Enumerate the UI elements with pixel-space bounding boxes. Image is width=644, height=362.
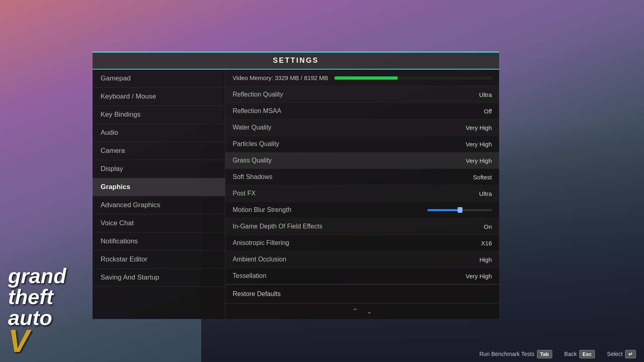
setting-label-depth-of-field: In-Game Depth Of Field Effects xyxy=(233,223,452,230)
setting-value-reflection-msaa: Off xyxy=(452,108,492,115)
video-memory-label: Video Memory: 3329 MB / 8192 MB xyxy=(233,74,328,81)
setting-row-water-quality[interactable]: Water QualityVery High xyxy=(225,119,499,136)
restore-defaults-button[interactable]: Restore Defaults xyxy=(225,284,499,303)
top-accent-line xyxy=(93,51,499,53)
setting-row-particles-quality[interactable]: Particles QualityVery High xyxy=(225,136,499,152)
nav-item-voice-chat[interactable]: Voice Chat xyxy=(93,214,225,232)
setting-value-post-fx: Ultra xyxy=(452,190,492,197)
setting-label-soft-shadows: Soft Shadows xyxy=(233,173,452,181)
settings-body: GamepadKeyboard / MouseKey BindingsAudio… xyxy=(93,70,499,319)
setting-value-water-quality: Very High xyxy=(452,124,492,131)
setting-label-motion-blur-strength: Motion Blur Strength xyxy=(233,206,362,214)
settings-panel: SETTINGS GamepadKeyboard / MouseKey Bind… xyxy=(93,52,499,319)
benchmark-action: Run Benchmark Tests Tab xyxy=(479,350,552,358)
gta-logo: grand theft auto V xyxy=(8,265,66,354)
setting-value-depth-of-field: On xyxy=(452,223,492,230)
settings-content: Video Memory: 3329 MB / 8192 MB Reflecti… xyxy=(225,70,499,319)
settings-title: SETTINGS xyxy=(93,52,499,70)
slider-container-motion-blur-strength xyxy=(362,209,492,211)
benchmark-key: Tab xyxy=(537,350,552,358)
setting-row-depth-of-field[interactable]: In-Game Depth Of Field EffectsOn xyxy=(225,218,499,235)
nav-item-gamepad[interactable]: Gamepad xyxy=(93,70,225,88)
setting-row-post-fx[interactable]: Post FXUltra xyxy=(225,185,499,202)
logo-line1: grand xyxy=(8,265,66,286)
setting-row-tessellation[interactable]: TessellationVery High xyxy=(225,268,499,284)
nav-item-saving-and-startup[interactable]: Saving And Startup xyxy=(93,269,225,287)
select-action: Select ↵ xyxy=(607,350,636,358)
benchmark-label: Run Benchmark Tests xyxy=(479,351,535,357)
vram-bar-background xyxy=(334,76,492,80)
settings-nav: GamepadKeyboard / MouseKey BindingsAudio… xyxy=(93,70,225,319)
setting-row-soft-shadows[interactable]: Soft ShadowsSoftest xyxy=(225,169,499,185)
setting-label-water-quality: Water Quality xyxy=(233,124,452,131)
nav-item-display[interactable]: Display xyxy=(93,160,225,178)
setting-label-reflection-msaa: Reflection MSAA xyxy=(233,107,452,115)
setting-row-grass-quality[interactable]: Grass QualityVery High xyxy=(225,152,499,169)
setting-value-tessellation: Very High xyxy=(452,273,492,280)
video-memory-row: Video Memory: 3329 MB / 8192 MB xyxy=(225,70,499,86)
setting-row-reflection-msaa[interactable]: Reflection MSAAOff xyxy=(225,103,499,119)
setting-label-particles-quality: Particles Quality xyxy=(233,140,452,148)
back-action: Back Esc xyxy=(564,350,595,358)
setting-label-reflection-quality: Reflection Quality xyxy=(233,91,452,98)
nav-item-advanced-graphics[interactable]: Advanced Graphics xyxy=(93,196,225,214)
setting-value-reflection-quality: Ultra xyxy=(452,91,492,98)
logo-line2: theft xyxy=(8,286,66,307)
settings-rows-container: Reflection QualityUltraReflection MSAAOf… xyxy=(225,86,499,284)
nav-item-notifications[interactable]: Notifications xyxy=(93,232,225,251)
scroll-controls: ⌃ ⌄ xyxy=(225,303,499,319)
nav-item-camera[interactable]: Camera xyxy=(93,142,225,160)
nav-item-rockstar-editor[interactable]: Rockstar Editor xyxy=(93,251,225,269)
setting-label-ambient-occlusion: Ambient Occlusion xyxy=(233,256,452,263)
setting-row-reflection-quality[interactable]: Reflection QualityUltra xyxy=(225,86,499,103)
select-label: Select xyxy=(607,351,623,357)
back-label: Back xyxy=(564,351,577,357)
setting-row-anisotropic-filtering[interactable]: Anisotropic FilteringX16 xyxy=(225,235,499,251)
vram-bar-fill xyxy=(334,76,397,80)
setting-row-motion-blur-strength[interactable]: Motion Blur Strength xyxy=(225,202,499,218)
slider-thumb-motion-blur-strength xyxy=(458,207,462,213)
setting-value-particles-quality: Very High xyxy=(452,141,492,148)
scroll-down-icon[interactable]: ⌄ xyxy=(366,307,372,316)
bottom-bar: Run Benchmark Tests Tab Back Esc Select … xyxy=(0,346,644,362)
setting-label-tessellation: Tessellation xyxy=(233,272,452,280)
setting-label-anisotropic-filtering: Anisotropic Filtering xyxy=(233,239,452,247)
nav-item-graphics[interactable]: Graphics xyxy=(93,178,225,196)
slider-track-motion-blur-strength[interactable] xyxy=(427,209,492,211)
setting-value-anisotropic-filtering: X16 xyxy=(452,240,492,247)
back-key: Esc xyxy=(579,350,595,358)
slider-fill-motion-blur-strength xyxy=(427,209,460,211)
select-key: ↵ xyxy=(625,350,636,358)
setting-value-ambient-occlusion: High xyxy=(452,256,492,263)
nav-item-audio[interactable]: Audio xyxy=(93,124,225,142)
setting-label-post-fx: Post FX xyxy=(233,190,452,197)
setting-label-grass-quality: Grass Quality xyxy=(233,157,452,164)
nav-item-key-bindings[interactable]: Key Bindings xyxy=(93,106,225,124)
scroll-up-icon[interactable]: ⌃ xyxy=(352,307,358,316)
setting-value-grass-quality: Very High xyxy=(452,157,492,164)
setting-value-soft-shadows: Softest xyxy=(452,174,492,181)
setting-row-ambient-occlusion[interactable]: Ambient OcclusionHigh xyxy=(225,251,499,268)
nav-item-keyboard-mouse[interactable]: Keyboard / Mouse xyxy=(93,88,225,106)
